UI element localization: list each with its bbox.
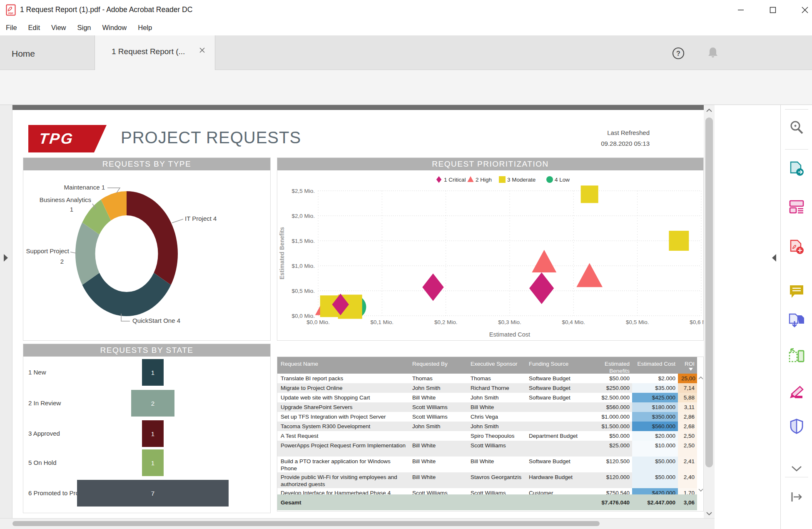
table-cell: Update web site with Shopping Cart — [277, 393, 409, 402]
table-header-row: Request NameRequested ByExecutive Sponso… — [277, 357, 697, 374]
scroll-down-icon[interactable] — [706, 512, 712, 516]
table-header-cell[interactable]: Estimated Cost — [632, 357, 678, 367]
state-bar: 2 — [131, 390, 174, 417]
table-cell: John Smith — [409, 383, 467, 393]
table-row: Build a PTO tracker application for Wind… — [277, 457, 697, 472]
table-header-cell[interactable]: Executive Sponsor — [467, 357, 526, 367]
table-cell: Bill White — [467, 402, 526, 412]
donut-label-value: 2 — [60, 258, 64, 265]
menu-help[interactable]: Help — [138, 24, 152, 32]
horizontal-scrollbar[interactable] — [0, 518, 715, 529]
donut-slice-0 — [127, 191, 178, 285]
tpg-logo-text: TPG — [38, 130, 75, 147]
table-header-cell[interactable]: ROI — [678, 357, 697, 367]
table-header-cell[interactable]: Requested By — [409, 357, 467, 367]
vertical-scrollbar-thumb[interactable] — [705, 117, 713, 467]
svg-text:$2,5 Mio.: $2,5 Mio. — [291, 188, 315, 194]
menu-bar: File Edit View Sign Window Help — [0, 20, 812, 35]
combine-files-icon[interactable] — [788, 312, 805, 329]
panel-requests-by-type-title: REQUESTS BY TYPE — [23, 158, 270, 170]
scatter-point-circle — [546, 176, 553, 183]
tab-home[interactable]: Home — [12, 49, 35, 59]
last-refreshed-value: 09.28.2020 05:13 — [550, 138, 650, 149]
fill-and-sign-icon[interactable] — [788, 383, 805, 400]
table-cell: $425.000 — [632, 393, 678, 402]
maximize-button[interactable] — [763, 3, 782, 17]
requests-by-type-donut-chart: IT Project 4QuickStart One 4Support Proj… — [23, 170, 270, 340]
table-cell: 7,14 — [678, 383, 697, 393]
table-cell: $50.000 — [632, 472, 678, 488]
expand-left-pane-icon[interactable] — [4, 254, 8, 262]
table-cell: PowerApps Project Request Form Implement… — [277, 441, 409, 457]
state-category-label: 2 In Review — [28, 399, 61, 407]
close-button[interactable] — [795, 3, 812, 17]
table-row: Provide public Wi-Fi for visiting employ… — [277, 472, 697, 488]
menu-file[interactable]: File — [6, 24, 17, 32]
collapse-right-pane-icon[interactable] — [772, 254, 776, 262]
minimize-button[interactable] — [731, 3, 750, 17]
edit-pdf-icon[interactable] — [788, 198, 805, 216]
table-cell — [526, 402, 585, 412]
tab-close-icon[interactable] — [199, 47, 205, 53]
svg-text:$0,3 Mio.: $0,3 Mio. — [498, 319, 521, 325]
last-refreshed-label: Last Refreshed — [550, 127, 650, 138]
scroll-up-icon[interactable] — [706, 108, 712, 112]
marquee-zoom-icon[interactable] — [788, 119, 805, 136]
donut-slice-1 — [82, 273, 171, 316]
right-pane-gutter — [715, 105, 780, 529]
export-pdf-icon[interactable] — [788, 160, 805, 177]
table-cell: $25.000 — [585, 441, 632, 457]
organize-pages-icon[interactable] — [788, 347, 805, 364]
scatter-point-square — [669, 231, 689, 251]
comment-icon[interactable] — [788, 283, 805, 300]
tab-document[interactable]: 1 Request Report (... — [95, 35, 215, 70]
state-bar: 1 — [142, 359, 164, 386]
state-category-label: 5 On Hold — [28, 459, 57, 466]
menu-view[interactable]: View — [51, 24, 66, 32]
table-cell: Bill White — [409, 472, 467, 488]
table-header-cell[interactable]: Request Name — [277, 357, 409, 367]
vertical-scrollbar[interactable] — [704, 105, 715, 518]
table-row: Set up TFS Integration with Project Serv… — [277, 412, 697, 422]
svg-text:$0,4 Mio.: $0,4 Mio. — [562, 319, 585, 325]
svg-text:$2,0 Mio.: $2,0 Mio. — [291, 213, 315, 219]
svg-text:$0,6 Mio.: $0,6 Mio. — [690, 319, 703, 325]
table-row: Update web site with Shopping CartBill W… — [277, 393, 697, 402]
legend-label: 3 Moderate — [507, 177, 536, 183]
state-category-label: 3 Approved — [28, 430, 60, 437]
table-cell: $560.000 — [632, 422, 678, 431]
table-cell: $1.000.000 — [585, 412, 632, 422]
table-cell: Translate BI report packs — [277, 374, 409, 383]
scatter-point-diamond — [422, 274, 443, 301]
more-tools-chevron-icon[interactable] — [788, 460, 805, 477]
help-icon[interactable]: ? — [672, 47, 685, 60]
table-header-cell[interactable]: Funding Source — [526, 357, 585, 367]
panel-requests-by-state: REQUESTS BY STATE 1 New12 In Review23 Ap… — [23, 344, 271, 513]
protect-icon[interactable] — [788, 417, 805, 435]
donut-label: QuickStart One 4 — [132, 317, 180, 324]
open-tools-pane-icon[interactable] — [788, 488, 805, 506]
donut-label: IT Project 4 — [185, 215, 217, 222]
legend-label: 2 High — [476, 177, 492, 183]
menu-edit[interactable]: Edit — [28, 24, 40, 32]
table-cell: Chris Vega — [467, 412, 526, 422]
table-cell: $560.000 — [585, 402, 632, 412]
horizontal-scrollbar-thumb[interactable] — [12, 521, 600, 526]
create-pdf-icon[interactable] — [788, 238, 805, 256]
donut-label: Business Analytics — [40, 196, 91, 203]
table-cell — [526, 422, 585, 431]
menu-window[interactable]: Window — [102, 24, 127, 32]
window-title: 1 Request Report (1).pdf - Adobe Acrobat… — [20, 5, 192, 14]
table-cell: $10.000 — [632, 441, 678, 457]
table-cell: $35.000 — [632, 383, 678, 393]
table-cell: $20.000 — [632, 431, 678, 441]
table-cell: $350.000 — [632, 412, 678, 422]
table-cell: Bill White — [409, 393, 467, 402]
menu-sign[interactable]: Sign — [77, 24, 91, 32]
table-cell — [526, 441, 585, 457]
table-header-cell[interactable]: Estimated Benefits — [585, 357, 632, 374]
table-total-row: Gesamt $7.476.040 $2.447.000 3,06 — [277, 494, 697, 510]
notifications-bell-icon[interactable] — [707, 46, 719, 60]
table-scroll-down-icon — [698, 489, 703, 492]
svg-text:$0,5 Mio.: $0,5 Mio. — [626, 319, 649, 325]
